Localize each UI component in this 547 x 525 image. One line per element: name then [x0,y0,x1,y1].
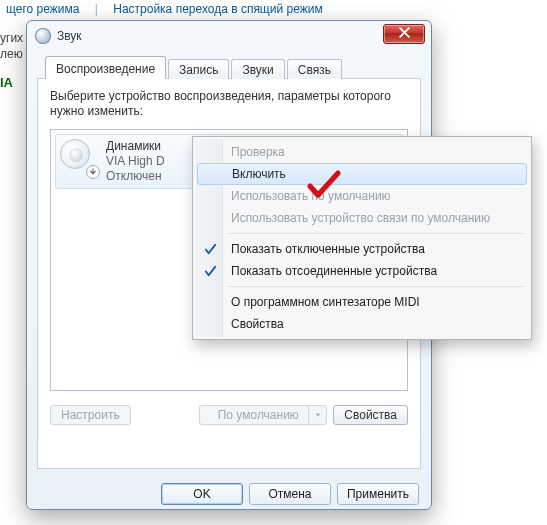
device-status: Отключен [106,169,165,184]
ctx-enable[interactable]: Включить [197,163,527,185]
speaker-icon [60,139,98,177]
tab-strip: Воспроизведение Запись Звуки Связь [37,55,421,79]
ctx-properties[interactable]: Свойства [195,313,529,335]
ctx-test: Проверка [195,141,529,163]
ok-button[interactable]: OK [161,483,243,505]
chevron-down-icon [308,406,326,424]
check-icon [202,241,218,257]
background-links: щего режима | Настройка перехода в спящи… [0,0,547,18]
device-name: Динамики [106,139,165,154]
ctx-separator-1 [227,233,525,234]
device-text: Динамики VIA High D Отключен [106,139,165,184]
ctx-about-synth[interactable]: О программном синтезаторе MIDI [195,291,529,313]
titlebar[interactable]: Звук [27,21,431,51]
ctx-show-disconnected[interactable]: Показать отсоединенные устройства [195,260,529,282]
background-side-text: угих лею [0,30,23,62]
configure-button: Настроить [50,405,131,425]
tab-communication[interactable]: Связь [287,59,342,79]
set-default-button: По умолчанию [199,405,327,425]
ctx-set-comm-default: Использовать устройство связи по умолчан… [195,207,529,229]
bg-link-sep: | [95,2,98,16]
tab-sounds[interactable]: Звуки [231,59,284,79]
apply-button[interactable]: Применить [337,483,419,505]
device-vendor: VIA High D [106,154,165,169]
instruction-text: Выберите устройство воспроизведения, пар… [50,89,408,119]
disabled-overlay-icon [86,165,100,179]
ctx-separator-2 [227,286,525,287]
cancel-button[interactable]: Отмена [249,483,331,505]
ctx-set-default: Использовать по умолчанию [195,185,529,207]
annotation-red-check-icon [306,170,342,203]
tab-bottom-row: Настроить По умолчанию Свойства [50,405,408,425]
set-default-label: По умолчанию [218,408,299,422]
tab-recording[interactable]: Запись [168,59,229,79]
background-ia-label: IA [0,75,13,90]
dialog-button-row: OK Отмена Применить [27,477,431,515]
tab-playback[interactable]: Воспроизведение [45,56,166,79]
properties-button[interactable]: Свойства [333,405,408,425]
close-button[interactable] [383,24,425,44]
sound-system-icon [35,28,51,44]
ctx-show-disabled-label: Показать отключенные устройства [231,242,425,256]
ctx-show-disabled[interactable]: Показать отключенные устройства [195,238,529,260]
context-menu: Проверка Включить Использовать по умолча… [192,136,532,340]
close-icon [399,27,410,41]
check-icon [202,263,218,279]
bg-link-2[interactable]: Настройка перехода в спящий режим [113,2,322,16]
bg-link-1[interactable]: щего режима [6,2,79,16]
window-title: Звук [57,29,82,43]
ctx-show-disconnected-label: Показать отсоединенные устройства [231,264,437,278]
